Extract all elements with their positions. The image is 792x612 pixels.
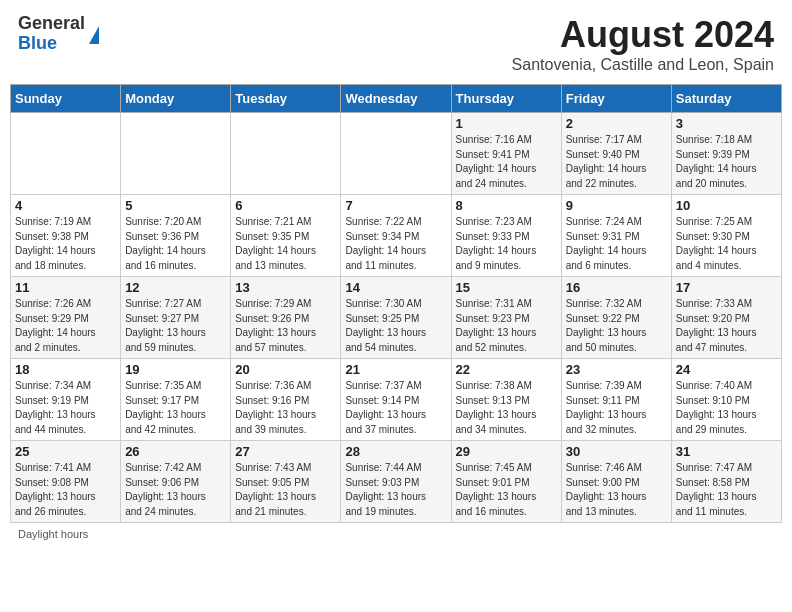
day-info: Sunrise: 7:23 AMSunset: 9:33 PMDaylight:… [456,215,557,273]
calendar-cell: 1Sunrise: 7:16 AMSunset: 9:41 PMDaylight… [451,113,561,195]
day-number: 25 [15,444,116,459]
day-info: Sunrise: 7:25 AMSunset: 9:30 PMDaylight:… [676,215,777,273]
calendar-cell: 13Sunrise: 7:29 AMSunset: 9:26 PMDayligh… [231,277,341,359]
main-title: August 2024 [512,14,774,56]
day-number: 12 [125,280,226,295]
day-number: 8 [456,198,557,213]
calendar-cell: 22Sunrise: 7:38 AMSunset: 9:13 PMDayligh… [451,359,561,441]
calendar-cell: 19Sunrise: 7:35 AMSunset: 9:17 PMDayligh… [121,359,231,441]
day-info: Sunrise: 7:31 AMSunset: 9:23 PMDaylight:… [456,297,557,355]
calendar-header-wednesday: Wednesday [341,85,451,113]
day-number: 7 [345,198,446,213]
day-number: 28 [345,444,446,459]
calendar-cell: 31Sunrise: 7:47 AMSunset: 8:58 PMDayligh… [671,441,781,523]
calendar-week-row: 25Sunrise: 7:41 AMSunset: 9:08 PMDayligh… [11,441,782,523]
day-number: 20 [235,362,336,377]
day-number: 11 [15,280,116,295]
day-info: Sunrise: 7:41 AMSunset: 9:08 PMDaylight:… [15,461,116,519]
calendar-cell: 27Sunrise: 7:43 AMSunset: 9:05 PMDayligh… [231,441,341,523]
day-info: Sunrise: 7:38 AMSunset: 9:13 PMDaylight:… [456,379,557,437]
day-info: Sunrise: 7:34 AMSunset: 9:19 PMDaylight:… [15,379,116,437]
day-number: 15 [456,280,557,295]
calendar-cell: 15Sunrise: 7:31 AMSunset: 9:23 PMDayligh… [451,277,561,359]
day-number: 5 [125,198,226,213]
sub-title: Santovenia, Castille and Leon, Spain [512,56,774,74]
day-number: 2 [566,116,667,131]
calendar-week-row: 1Sunrise: 7:16 AMSunset: 9:41 PMDaylight… [11,113,782,195]
day-number: 10 [676,198,777,213]
calendar-header-tuesday: Tuesday [231,85,341,113]
page-header: General Blue August 2024 Santovenia, Cas… [10,10,782,78]
calendar-cell: 24Sunrise: 7:40 AMSunset: 9:10 PMDayligh… [671,359,781,441]
day-info: Sunrise: 7:22 AMSunset: 9:34 PMDaylight:… [345,215,446,273]
calendar-cell: 28Sunrise: 7:44 AMSunset: 9:03 PMDayligh… [341,441,451,523]
calendar-cell: 26Sunrise: 7:42 AMSunset: 9:06 PMDayligh… [121,441,231,523]
calendar-cell [341,113,451,195]
day-info: Sunrise: 7:35 AMSunset: 9:17 PMDaylight:… [125,379,226,437]
calendar-header-friday: Friday [561,85,671,113]
day-number: 23 [566,362,667,377]
footer-note: Daylight hours [10,528,782,540]
logo-text: General Blue [18,14,85,54]
day-number: 9 [566,198,667,213]
day-number: 26 [125,444,226,459]
calendar-cell: 8Sunrise: 7:23 AMSunset: 9:33 PMDaylight… [451,195,561,277]
calendar-table: SundayMondayTuesdayWednesdayThursdayFrid… [10,84,782,523]
calendar-cell: 12Sunrise: 7:27 AMSunset: 9:27 PMDayligh… [121,277,231,359]
day-number: 3 [676,116,777,131]
calendar-cell: 7Sunrise: 7:22 AMSunset: 9:34 PMDaylight… [341,195,451,277]
calendar-week-row: 4Sunrise: 7:19 AMSunset: 9:38 PMDaylight… [11,195,782,277]
day-number: 16 [566,280,667,295]
day-number: 21 [345,362,446,377]
day-number: 19 [125,362,226,377]
calendar-week-row: 11Sunrise: 7:26 AMSunset: 9:29 PMDayligh… [11,277,782,359]
calendar-cell: 18Sunrise: 7:34 AMSunset: 9:19 PMDayligh… [11,359,121,441]
calendar-header-row: SundayMondayTuesdayWednesdayThursdayFrid… [11,85,782,113]
day-info: Sunrise: 7:43 AMSunset: 9:05 PMDaylight:… [235,461,336,519]
day-info: Sunrise: 7:18 AMSunset: 9:39 PMDaylight:… [676,133,777,191]
calendar-cell [11,113,121,195]
day-info: Sunrise: 7:26 AMSunset: 9:29 PMDaylight:… [15,297,116,355]
day-info: Sunrise: 7:44 AMSunset: 9:03 PMDaylight:… [345,461,446,519]
day-info: Sunrise: 7:30 AMSunset: 9:25 PMDaylight:… [345,297,446,355]
calendar-cell: 20Sunrise: 7:36 AMSunset: 9:16 PMDayligh… [231,359,341,441]
day-info: Sunrise: 7:47 AMSunset: 8:58 PMDaylight:… [676,461,777,519]
day-info: Sunrise: 7:16 AMSunset: 9:41 PMDaylight:… [456,133,557,191]
day-number: 31 [676,444,777,459]
calendar-cell: 16Sunrise: 7:32 AMSunset: 9:22 PMDayligh… [561,277,671,359]
calendar-cell: 23Sunrise: 7:39 AMSunset: 9:11 PMDayligh… [561,359,671,441]
day-info: Sunrise: 7:37 AMSunset: 9:14 PMDaylight:… [345,379,446,437]
day-info: Sunrise: 7:20 AMSunset: 9:36 PMDaylight:… [125,215,226,273]
calendar-cell: 9Sunrise: 7:24 AMSunset: 9:31 PMDaylight… [561,195,671,277]
day-info: Sunrise: 7:24 AMSunset: 9:31 PMDaylight:… [566,215,667,273]
logo: General Blue [18,14,99,54]
day-info: Sunrise: 7:33 AMSunset: 9:20 PMDaylight:… [676,297,777,355]
day-info: Sunrise: 7:27 AMSunset: 9:27 PMDaylight:… [125,297,226,355]
day-number: 18 [15,362,116,377]
day-number: 13 [235,280,336,295]
calendar-cell: 5Sunrise: 7:20 AMSunset: 9:36 PMDaylight… [121,195,231,277]
day-info: Sunrise: 7:29 AMSunset: 9:26 PMDaylight:… [235,297,336,355]
day-number: 29 [456,444,557,459]
calendar-cell: 21Sunrise: 7:37 AMSunset: 9:14 PMDayligh… [341,359,451,441]
calendar-cell: 6Sunrise: 7:21 AMSunset: 9:35 PMDaylight… [231,195,341,277]
logo-general: General [18,14,85,34]
calendar-cell [121,113,231,195]
calendar-header-saturday: Saturday [671,85,781,113]
day-number: 30 [566,444,667,459]
day-number: 1 [456,116,557,131]
calendar-cell: 10Sunrise: 7:25 AMSunset: 9:30 PMDayligh… [671,195,781,277]
calendar-cell: 2Sunrise: 7:17 AMSunset: 9:40 PMDaylight… [561,113,671,195]
day-number: 24 [676,362,777,377]
day-number: 17 [676,280,777,295]
day-info: Sunrise: 7:45 AMSunset: 9:01 PMDaylight:… [456,461,557,519]
day-number: 6 [235,198,336,213]
day-info: Sunrise: 7:39 AMSunset: 9:11 PMDaylight:… [566,379,667,437]
day-number: 14 [345,280,446,295]
day-info: Sunrise: 7:36 AMSunset: 9:16 PMDaylight:… [235,379,336,437]
day-info: Sunrise: 7:46 AMSunset: 9:00 PMDaylight:… [566,461,667,519]
day-info: Sunrise: 7:42 AMSunset: 9:06 PMDaylight:… [125,461,226,519]
day-info: Sunrise: 7:17 AMSunset: 9:40 PMDaylight:… [566,133,667,191]
calendar-week-row: 18Sunrise: 7:34 AMSunset: 9:19 PMDayligh… [11,359,782,441]
calendar-cell: 4Sunrise: 7:19 AMSunset: 9:38 PMDaylight… [11,195,121,277]
